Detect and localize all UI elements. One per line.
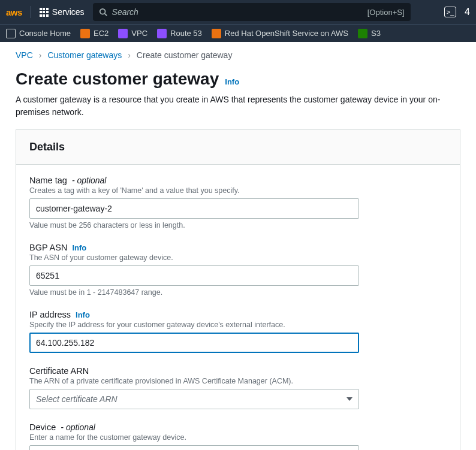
service-icon bbox=[358, 29, 367, 38]
name-tag-input[interactable] bbox=[29, 198, 359, 219]
page-description: A customer gateway is a resource that yo… bbox=[16, 93, 460, 119]
bookmark-route-53[interactable]: Route 53 bbox=[157, 29, 202, 38]
services-menu[interactable]: Services bbox=[40, 7, 85, 17]
page-info-link[interactable]: Info bbox=[225, 77, 239, 86]
breadcrumb: VPC › Customer gateways › Create custome… bbox=[16, 50, 460, 60]
bgp-asn-info-link[interactable]: Info bbox=[72, 243, 86, 252]
bookmark-ec2[interactable]: EC2 bbox=[80, 29, 109, 38]
field-certificate-arn: Certificate ARN The ARN of a private cer… bbox=[29, 366, 447, 409]
notifications-count[interactable]: 4 bbox=[465, 7, 470, 17]
panel-header: Details bbox=[16, 130, 460, 165]
global-search[interactable]: [Option+S] bbox=[93, 3, 411, 21]
search-input[interactable] bbox=[112, 7, 363, 17]
bgp-asn-label: BGP ASN bbox=[29, 243, 67, 252]
svg-line-1 bbox=[104, 14, 107, 16]
bookmark-label: Red Hat OpenShift Service on AWS bbox=[225, 29, 348, 38]
svg-point-0 bbox=[100, 9, 105, 14]
field-bgp-asn: BGP ASN Info The ASN of your customer ga… bbox=[29, 243, 447, 297]
panel-body: Name tag - optional Creates a tag with a… bbox=[16, 165, 460, 450]
service-icon bbox=[212, 29, 221, 38]
field-ip-address: IP address Info Specify the IP address f… bbox=[29, 310, 447, 353]
bgp-asn-input[interactable] bbox=[29, 265, 359, 286]
service-icon bbox=[118, 29, 128, 38]
services-label: Services bbox=[52, 7, 85, 17]
ip-address-info-link[interactable]: Info bbox=[76, 310, 90, 319]
bookmark-label: Console Home bbox=[19, 29, 71, 38]
bookmark-red-hat-openshift-service-on-aws[interactable]: Red Hat OpenShift Service on AWS bbox=[212, 29, 348, 38]
page-title: Create customer gateway Info bbox=[16, 70, 460, 89]
page-title-text: Create customer gateway bbox=[16, 70, 219, 89]
bookmark-label: EC2 bbox=[94, 29, 109, 38]
service-icon bbox=[157, 29, 167, 38]
device-optional: - optional bbox=[61, 422, 95, 432]
chevron-right-icon: › bbox=[128, 50, 131, 60]
breadcrumb-customer-gateways[interactable]: Customer gateways bbox=[47, 50, 122, 60]
content-area: VPC › Customer gateways › Create custome… bbox=[0, 42, 476, 450]
ip-address-label: IP address bbox=[29, 310, 71, 319]
chevron-right-icon: › bbox=[39, 50, 42, 60]
device-label: Device bbox=[29, 422, 56, 432]
bgp-asn-desc: The ASN of your customer gateway device. bbox=[29, 253, 447, 262]
bookmark-label: Route 53 bbox=[170, 29, 202, 38]
name-tag-constraint: Value must be 256 characters or less in … bbox=[29, 221, 447, 229]
bookmark-console-home[interactable]: Console Home bbox=[6, 29, 71, 38]
service-icon bbox=[6, 29, 16, 38]
name-tag-desc: Creates a tag with a key of 'Name' and a… bbox=[29, 186, 447, 195]
search-shortcut-hint: [Option+S] bbox=[367, 8, 405, 17]
name-tag-optional: - optional bbox=[72, 176, 107, 185]
top-nav: aws Services [Option+S] >_ 4 bbox=[0, 0, 476, 24]
certificate-arn-select[interactable]: Select certificate ARN bbox=[29, 389, 359, 409]
breadcrumb-current: Create customer gateway bbox=[137, 50, 233, 60]
grid-icon bbox=[40, 8, 49, 17]
bookmark-s3[interactable]: S3 bbox=[358, 29, 381, 38]
bookmark-vpc[interactable]: VPC bbox=[118, 29, 147, 38]
aws-logo[interactable]: aws bbox=[6, 7, 22, 17]
field-device: Device - optional Enter a name for the c… bbox=[29, 422, 447, 450]
chevron-down-icon bbox=[347, 397, 353, 401]
bookmark-label: VPC bbox=[131, 29, 147, 38]
certificate-arn-desc: The ARN of a private certificate provisi… bbox=[29, 377, 447, 385]
ip-address-input[interactable] bbox=[29, 333, 359, 353]
breadcrumb-vpc[interactable]: VPC bbox=[16, 50, 33, 60]
nav-divider bbox=[31, 6, 31, 18]
ip-address-desc: Specify the IP address for your customer… bbox=[29, 321, 447, 329]
search-icon bbox=[99, 8, 107, 16]
service-icon bbox=[80, 29, 90, 38]
certificate-arn-label: Certificate ARN bbox=[29, 366, 89, 376]
device-input[interactable] bbox=[29, 445, 359, 450]
field-name-tag: Name tag - optional Creates a tag with a… bbox=[29, 176, 447, 229]
details-panel: Details Name tag - optional Creates a ta… bbox=[16, 129, 460, 450]
bookmark-label: S3 bbox=[371, 29, 381, 38]
name-tag-label: Name tag bbox=[29, 176, 67, 185]
favorites-bar: Console HomeEC2VPCRoute 53Red Hat OpenSh… bbox=[0, 24, 476, 42]
cloudshell-icon[interactable]: >_ bbox=[444, 7, 456, 17]
certificate-arn-placeholder: Select certificate ARN bbox=[36, 394, 118, 404]
bgp-asn-constraint: Value must be in 1 - 2147483647 range. bbox=[29, 288, 447, 297]
panel-title: Details bbox=[29, 141, 447, 153]
device-desc: Enter a name for the customer gateway de… bbox=[29, 433, 447, 442]
